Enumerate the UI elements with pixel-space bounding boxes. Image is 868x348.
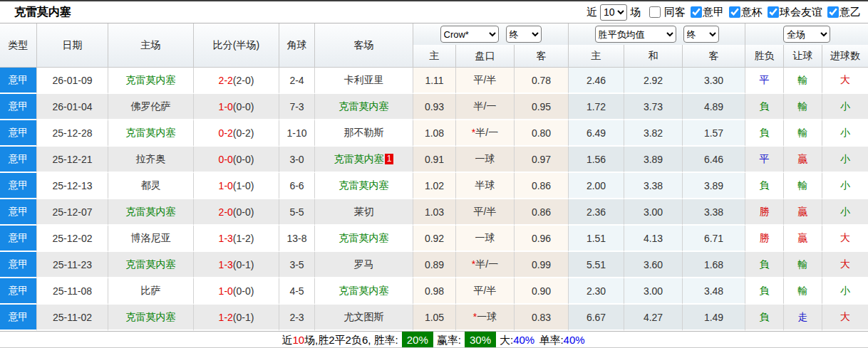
handicap-cell: 一球 xyxy=(456,147,515,173)
corner-cell: 6-6 xyxy=(279,173,315,199)
home-odds-cell: 0.89 xyxy=(413,252,456,278)
handicap-result-cell: 贏 xyxy=(784,199,822,226)
away-odds-cell: 0.86 xyxy=(515,199,569,226)
bookmaker-select[interactable]: Crow* xyxy=(440,26,499,43)
league-filter-serie-b: 意乙 xyxy=(827,6,861,19)
coppa-label: 意杯 xyxy=(741,6,763,19)
mean-home-cell: 1.56 xyxy=(569,147,624,173)
date-cell: 25-11-23 xyxy=(37,252,108,278)
away-odds-cell: 0.99 xyxy=(515,252,569,278)
home-odds-cell: 0.98 xyxy=(413,278,456,305)
match-row: 意甲25-11-02克雷莫内塞1-2(0-1)2-3尤文图斯1.05*一球0.8… xyxy=(0,305,868,331)
score-cell: 2-0(0-0) xyxy=(194,199,279,226)
date-cell: 26-01-09 xyxy=(37,68,108,94)
corner-cell: 3-5 xyxy=(279,252,315,278)
corner-cell: 2-3 xyxy=(279,305,315,331)
summary-part: 单率: xyxy=(536,332,563,348)
handicap-cell: 平/半 xyxy=(456,68,515,94)
mean-draw-cell: 4.27 xyxy=(624,305,683,331)
home-odds-cell: 0.93 xyxy=(413,94,456,120)
home-team-cell: 比萨 xyxy=(108,278,194,305)
odds-state-select[interactable]: 终 xyxy=(506,26,542,43)
handicap-result-cell: 贏 xyxy=(784,147,822,173)
home-team-cell: 克雷莫内塞 xyxy=(108,305,194,331)
header-mean-home: 主 xyxy=(569,45,624,68)
handicap-cell: 一球 xyxy=(456,226,515,252)
friendly-checkbox[interactable] xyxy=(768,6,779,18)
header-goals: 进球数 xyxy=(822,45,868,68)
score-cell: 1-3(1-2) xyxy=(194,226,279,252)
goals-result-cell: 大 xyxy=(822,305,868,331)
mean-home-cell: 1.51 xyxy=(569,226,624,252)
mean-draw-cell: 3.89 xyxy=(624,147,683,173)
outcome-cell: 平 xyxy=(745,68,784,94)
away-odds-cell: 0.97 xyxy=(515,147,569,173)
result-scope-select[interactable]: 全场 xyxy=(783,26,830,43)
corner-cell: 13-8 xyxy=(279,226,315,252)
mean-draw-cell: 3.60 xyxy=(624,252,683,278)
date-cell: 25-12-28 xyxy=(37,120,108,147)
goals-result-cell: 大 xyxy=(822,68,868,94)
friendly-label: 球会友谊 xyxy=(780,6,822,19)
serie-a-checkbox[interactable] xyxy=(691,6,702,18)
score-cell: 1-0(0-0) xyxy=(194,278,279,305)
outcome-cell: 負 xyxy=(745,278,784,305)
summary-bar: 近10场,胜2平2负6, 胜率:20%赢率:30%大:40% 单率:40% xyxy=(0,331,868,348)
handicap-cell: 半球 xyxy=(456,173,515,199)
score-cell: 1-0(1-0) xyxy=(194,173,279,199)
mean-home-cell: 2.00 xyxy=(569,173,624,199)
handicap-cell: 平/半 xyxy=(456,278,515,305)
corner-cell: 2-4 xyxy=(279,68,315,94)
home-odds-cell: 1.03 xyxy=(413,199,456,226)
date-cell: 26-01-04 xyxy=(37,94,108,120)
mean-away-cell: 3.89 xyxy=(683,173,745,199)
league-filter-serie-a: 意甲 xyxy=(691,6,724,19)
date-cell: 25-12-13 xyxy=(37,173,108,199)
mean-home-cell: 1.72 xyxy=(569,94,624,120)
recent-count-select[interactable]: 10 xyxy=(600,4,627,21)
league-cell: 意甲 xyxy=(0,120,37,147)
score-cell: 0-0(0-0) xyxy=(194,147,279,173)
mean-type-select[interactable]: 胜平负均值 xyxy=(595,26,676,43)
mean-home-cell: 5.51 xyxy=(569,252,624,278)
away-team-cell: 罗马 xyxy=(315,252,413,278)
outcome-cell: 負 xyxy=(745,120,784,147)
league-filter-friendly: 球会友谊 xyxy=(768,6,822,19)
league-cell: 意甲 xyxy=(0,278,37,305)
league-cell: 意甲 xyxy=(0,305,37,331)
summary-part: 30% xyxy=(465,332,496,348)
handicap-result-cell: 走 xyxy=(784,305,822,331)
header-type: 类型 xyxy=(0,23,37,68)
summary-part: 40% xyxy=(564,332,585,348)
mean-home-cell: 2.36 xyxy=(569,199,624,226)
match-row: 意甲25-12-07克雷莫内塞2-0(0-0)5-5莱切1.03平/半0.862… xyxy=(0,199,868,226)
corner-cell: 1-10 xyxy=(279,120,315,147)
mean-draw-cell: 3.00 xyxy=(624,278,683,305)
outcome-cell: 勝 xyxy=(745,226,784,252)
home-team-cell: 克雷莫内塞 xyxy=(108,120,194,147)
match-row: 意甲25-12-21拉齐奥0-0(0-0)3-0克雷莫内塞10.91一球0.97… xyxy=(0,147,868,173)
handicap-cell: *一球 xyxy=(456,305,515,331)
home-odds-cell: 1.08 xyxy=(413,120,456,147)
header-odds-away: 客 xyxy=(515,45,569,68)
handicap-cell: *半/一 xyxy=(456,252,515,278)
goals-result-cell: 小 xyxy=(822,147,868,173)
filter-controls: 近 10 场 同客 意甲 意杯 球会友谊 意乙 xyxy=(587,4,861,21)
outcome-cell: 負 xyxy=(745,305,784,331)
away-team-cell: 尤文图斯 xyxy=(315,305,413,331)
serie-b-label: 意乙 xyxy=(839,6,861,19)
header-handicap: 盘口 xyxy=(456,45,515,68)
corner-cell: 5-5 xyxy=(279,199,315,226)
mean-state-select[interactable]: 终 xyxy=(683,26,719,43)
same-away-checkbox[interactable] xyxy=(649,6,661,18)
away-team-cell: 莱切 xyxy=(315,199,413,226)
mean-away-cell: 6.46 xyxy=(683,147,745,173)
coppa-checkbox[interactable] xyxy=(729,6,740,18)
header-away: 客场 xyxy=(315,23,413,68)
league-cell: 意甲 xyxy=(0,199,37,226)
summary-part: 20% xyxy=(402,332,433,348)
serie-b-checkbox[interactable] xyxy=(827,6,839,18)
header-date: 日期 xyxy=(37,23,108,68)
handicap-result-cell: 輸 xyxy=(784,278,822,305)
mean-away-cell: 1.68 xyxy=(683,252,745,278)
